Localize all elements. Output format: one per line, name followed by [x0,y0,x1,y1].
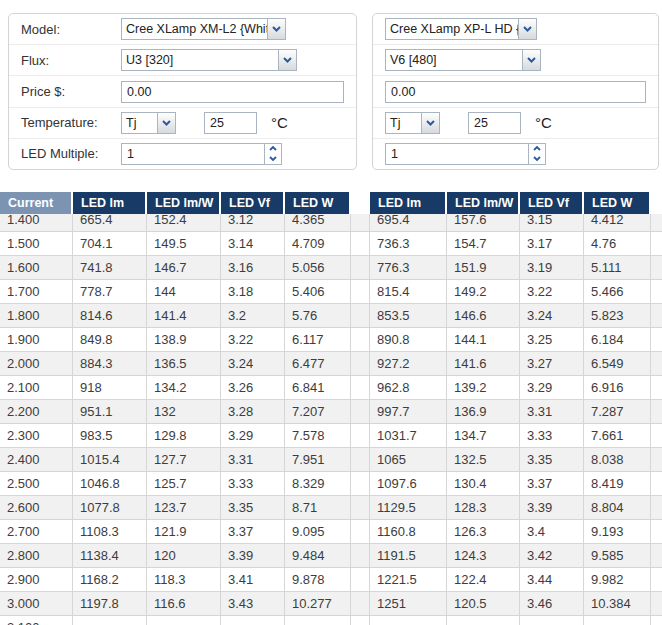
table-row: 2.200951.11323.287.207997.7136.93.317.28… [0,400,662,424]
chevron-down-icon[interactable] [522,50,540,70]
price-input-left[interactable] [121,81,344,103]
column-header-led-vf-right: LED Vf [520,192,584,214]
table-row: 3.100 [0,616,662,625]
cell-led-lm-w-right: 151.9 [447,256,520,279]
chevron-down-icon[interactable] [518,19,536,39]
table-header-row: CurrentLED lmLED lm/WLED VfLED WLED lmLE… [0,192,662,214]
led-multiple-stepper-right[interactable] [385,143,546,165]
cell-led-vf-left: 3.37 [221,520,285,543]
table-scroll-viewport[interactable]: 1.400665.4152.43.124.365695.4157.63.154.… [0,214,662,625]
cell-led-lm-w-right: 120.5 [447,592,520,615]
comparison-table: CurrentLED lmLED lm/WLED VfLED WLED lmLE… [0,192,662,625]
cell-edge [651,424,662,447]
cell-edge [651,472,662,495]
temperature-label: Temperature: [21,115,121,130]
cell-led-lm-left: 1108.3 [73,520,147,543]
price-label: Price $: [21,84,121,99]
cell-led-w-right: 5.823 [584,304,651,327]
table-row: 1.500704.1149.53.144.709736.3154.73.174.… [0,232,662,256]
cell-led-lm-w-right: 128.3 [447,496,520,519]
cell-led-vf-right: 3.19 [520,256,584,279]
cell-edge [651,496,662,519]
temperature-row-left: Temperature: Tj °C [9,108,356,139]
cell-spacer [351,616,370,625]
cell-edge [651,568,662,591]
cell-led-w-right: 5.466 [584,280,651,303]
flux-select-left[interactable]: U3 [320] [121,49,297,71]
table-row: 2.5001046.8125.73.338.3291097.6130.43.37… [0,472,662,496]
table-row: 1.800814.6141.43.25.76853.5146.63.245.82… [0,304,662,328]
arrow-up-icon[interactable] [265,144,281,154]
cell-led-vf-left: 3.41 [221,568,285,591]
multiple-row-right [373,139,658,169]
cell-spacer [351,424,370,447]
cell-led-lm-right: 1160.8 [370,520,447,543]
column-header-led-vf-left: LED Vf [221,192,285,214]
cell-led-lm-left: 884.3 [73,352,147,375]
column-header-led-lm-w-right: LED lm/W [447,192,520,214]
cell-spacer [351,496,370,519]
led-multiple-stepper-left[interactable] [121,143,282,165]
chevron-down-icon[interactable] [267,19,285,39]
cell-led-w-right: 10.384 [584,592,651,615]
table-row: 1.400665.4152.43.124.365695.4157.63.154.… [0,214,662,232]
chevron-down-icon[interactable] [157,113,175,133]
cell-led-lm-w-left [147,616,221,625]
temperature-input-left[interactable] [204,112,257,134]
arrow-down-icon[interactable] [265,154,281,164]
cell-led-lm-w-right: 154.7 [447,232,520,255]
led-config-panel-right: Cree XLamp XP-L HD {W V6 [480] Tj °C [372,13,659,170]
model-select-left[interactable]: Cree XLamp XM-L2 {Whit [121,18,286,40]
cell-led-lm-right: 1065 [370,448,447,471]
led-multiple-input-left[interactable] [122,144,264,164]
column-header-led-w-left: LED W [285,192,351,214]
arrow-down-icon[interactable] [529,154,545,164]
model-select-right[interactable]: Cree XLamp XP-L HD {W [385,18,537,40]
temperature-mode-left-value: Tj [122,113,157,133]
cell-led-lm-w-left: 123.7 [147,496,221,519]
temperature-input-right[interactable] [468,112,521,134]
chevron-down-icon[interactable] [278,50,296,70]
cell-led-lm-left: 704.1 [73,232,147,255]
flux-select-right-value: V6 [480] [386,50,522,70]
cell-led-lm-left: 665.4 [73,214,147,231]
chevron-down-icon[interactable] [421,113,439,133]
cell-led-lm-right: 1097.6 [370,472,447,495]
header-edge-spacer [651,192,662,214]
cell-led-lm-left: 814.6 [73,304,147,327]
cell-led-lm-w-right: 149.2 [447,280,520,303]
table-row: 2.300983.5129.83.297.5781031.7134.73.337… [0,424,662,448]
cell-led-lm-w-right: 136.9 [447,400,520,423]
table-row: 1.700778.71443.185.406815.4149.23.225.46… [0,280,662,304]
table-row: 1.600741.8146.73.165.056776.3151.93.195.… [0,256,662,280]
led-multiple-input-right[interactable] [386,144,528,164]
cell-edge [651,214,662,231]
cell-led-lm-left: 1077.8 [73,496,147,519]
cell-led-w-left: 4.709 [285,232,351,255]
cell-current: 3.000 [0,592,73,615]
temperature-mode-select-right[interactable]: Tj [385,112,440,134]
temperature-mode-select-left[interactable]: Tj [121,112,176,134]
cell-led-w-right: 7.287 [584,400,651,423]
temperature-unit-right: °C [535,114,552,131]
cell-led-vf-left: 3.39 [221,544,285,567]
cell-spacer [351,280,370,303]
cell-current: 2.700 [0,520,73,543]
cell-led-vf-right: 3.22 [520,280,584,303]
cell-current: 1.400 [0,214,73,231]
cell-led-vf-left: 3.33 [221,472,285,495]
cell-led-lm-w-left: 132 [147,400,221,423]
column-header-current: Current [0,192,73,214]
cell-led-lm-w-right: 141.6 [447,352,520,375]
arrow-up-icon[interactable] [529,144,545,154]
cell-edge [651,304,662,327]
cell-led-w-left: 10.277 [285,592,351,615]
table-row: 2.4001015.4127.73.317.9511065132.53.358.… [0,448,662,472]
cell-spacer [351,214,370,231]
cell-led-lm-right: 853.5 [370,304,447,327]
price-input-right[interactable] [385,81,646,103]
flux-select-right[interactable]: V6 [480] [385,49,541,71]
cell-led-lm-left: 1168.2 [73,568,147,591]
cell-led-w-left: 7.578 [285,424,351,447]
cell-current: 2.000 [0,352,73,375]
